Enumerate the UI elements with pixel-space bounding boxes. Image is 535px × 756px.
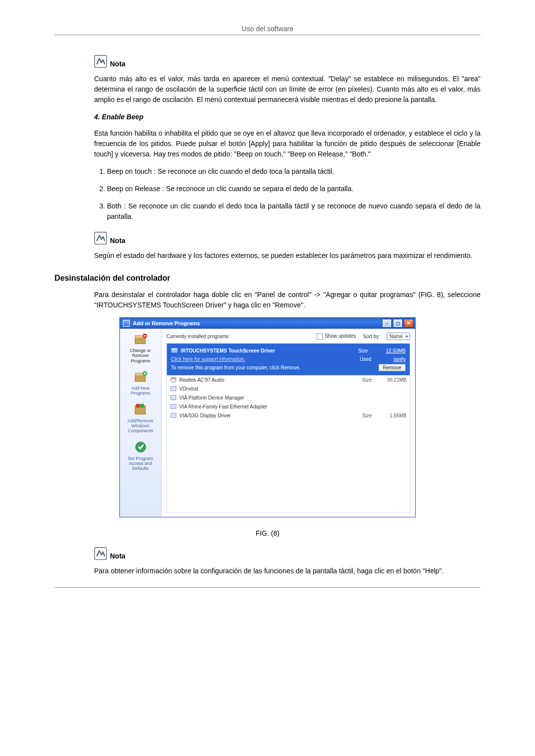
list-item: Beep on touch : Se reconoce un clic cuan…: [107, 166, 481, 177]
windows-components-icon: [133, 402, 148, 417]
program-row[interactable]: VIA/S3G Display Driver Size 1.66MB: [167, 411, 410, 420]
sidebar-item-change-remove[interactable]: Change or Remove Programs: [122, 332, 159, 363]
used-value: rarely: [381, 356, 406, 362]
size-label: Size: [358, 348, 378, 353]
program-icon: [170, 385, 177, 392]
paragraph-delay: Cuanto más alto es el valor, más tarda e…: [94, 74, 481, 105]
sidebar-item-label: Change or Remove Programs: [130, 348, 151, 363]
add-remove-programs-window: Add or Remove Programs – ▢ ✕: [119, 317, 416, 517]
used-label: Used: [360, 356, 379, 362]
paragraph-beep-intro: Esta función habilita o inhabilita el pi…: [94, 128, 481, 159]
program-icon: [170, 376, 177, 383]
note-label: Nota: [110, 552, 125, 560]
program-row[interactable]: Realtek AC'97 Audio Size 39.22MB: [167, 375, 410, 384]
program-row[interactable]: VIA Rhine-Family Fast Ethernet Adapter: [167, 402, 410, 411]
list-toolbar: Currently installed programs: Show updat…: [166, 333, 410, 340]
svg-rect-13: [140, 403, 144, 407]
svg-rect-20: [171, 404, 176, 409]
note-icon: [94, 547, 107, 560]
sort-by-select[interactable]: Name: [387, 333, 410, 340]
figure-caption: FIG. (8): [54, 529, 481, 537]
program-name: IRTOUCHSYSTEMS TouchScreen Driver: [181, 348, 355, 353]
program-name: VIA/S3G Display Driver: [179, 413, 362, 418]
list-item: Both : Se reconoce un clic cuando el ded…: [107, 201, 481, 222]
program-icon: [170, 394, 177, 401]
program-name: VDrvInst: [179, 386, 362, 392]
remove-button[interactable]: Remove: [378, 364, 406, 371]
running-header: Uso del software: [54, 25, 481, 33]
sidebar-item-label: Add New Programs: [131, 386, 150, 396]
show-updates-checkbox[interactable]: Show updates: [317, 333, 356, 340]
checkbox-icon: [317, 333, 323, 340]
program-icon: [170, 412, 177, 419]
window-titlebar[interactable]: Add or Remove Programs – ▢ ✕: [120, 318, 415, 329]
sidebar-item-label: Set Program Access and Defaults: [128, 456, 153, 471]
remove-hint: To remove this program from your compute…: [171, 365, 301, 370]
note-block-1: Nota: [94, 55, 481, 68]
size-value: 12.50MB: [381, 348, 406, 353]
svg-rect-18: [171, 387, 176, 391]
sidebar-item-label: Add/Remove Windows Components: [127, 418, 153, 434]
paragraph-help: Para obtener información sobre la config…: [94, 566, 481, 576]
program-name: Realtek AC'97 Audio: [179, 377, 362, 383]
window-title: Add or Remove Programs: [133, 320, 200, 326]
program-name: VIA Rhine-Family Fast Ethernet Adapter: [179, 404, 362, 409]
minimize-button[interactable]: –: [382, 319, 392, 328]
heading-uninstall: Desinstalación del controlador: [54, 274, 481, 283]
program-name: VIA Platform Device Manager: [179, 395, 362, 401]
size-value: 39.22MB: [382, 377, 407, 383]
program-row[interactable]: VIA Platform Device Manager: [167, 393, 410, 402]
program-access-icon: [133, 440, 148, 454]
svg-rect-5: [143, 336, 146, 337]
program-list: IRTOUCHSYSTEMS TouchScreen Driver Size 1…: [166, 343, 410, 513]
program-icon: [170, 403, 177, 410]
note-block-2: Nota: [94, 232, 481, 245]
sort-by-label: Sort by:: [363, 334, 380, 339]
selected-program[interactable]: IRTOUCHSYSTEMS TouchScreen Driver Size 1…: [167, 344, 410, 375]
currently-installed-label: Currently installed programs:: [166, 334, 230, 339]
program-icon: [171, 347, 178, 354]
paragraph-uninstall: Para desinstalar el controlador haga dob…: [94, 290, 481, 310]
size-value: 1.66MB: [382, 413, 407, 418]
show-updates-label: Show updates: [324, 333, 356, 339]
box-add-icon: [133, 369, 148, 384]
footer-rule: [54, 587, 481, 588]
note-icon: [94, 232, 107, 245]
note-label: Nota: [110, 60, 125, 68]
header-rule: [54, 35, 481, 35]
list-item: Beep on Release : Se reconoce un clic cu…: [107, 184, 481, 194]
note-icon: [94, 55, 107, 68]
svg-rect-19: [171, 396, 176, 400]
paragraph-hw-state: Según el estado del hardware y los facto…: [94, 251, 481, 261]
support-info-link[interactable]: Click here for support information.: [171, 356, 245, 362]
subhead-enable-beep: 4. Enable Beep: [94, 112, 481, 122]
svg-rect-10: [143, 373, 146, 374]
size-label: Size: [362, 413, 382, 418]
sidebar-item-windows-components[interactable]: Add/Remove Windows Components: [122, 402, 159, 434]
sidebar-item-add-new[interactable]: Add New Programs: [122, 369, 159, 396]
beep-modes-list: Beep on touch : Se reconoce un clic cuan…: [94, 166, 481, 222]
sidebar-item-set-defaults[interactable]: Set Program Access and Defaults: [122, 440, 159, 471]
app-icon: [123, 320, 130, 327]
svg-rect-12: [136, 403, 140, 407]
maximize-button[interactable]: ▢: [393, 319, 403, 328]
box-remove-icon: [133, 332, 148, 347]
svg-rect-16: [171, 349, 177, 350]
program-row[interactable]: VDrvInst: [167, 384, 410, 393]
note-label: Nota: [110, 237, 125, 245]
size-label: Size: [362, 377, 382, 383]
svg-rect-21: [171, 413, 176, 418]
note-block-3: Nota: [94, 547, 481, 560]
close-button[interactable]: ✕: [404, 319, 414, 328]
sidebar: Change or Remove Programs Add New Progra…: [120, 329, 161, 517]
